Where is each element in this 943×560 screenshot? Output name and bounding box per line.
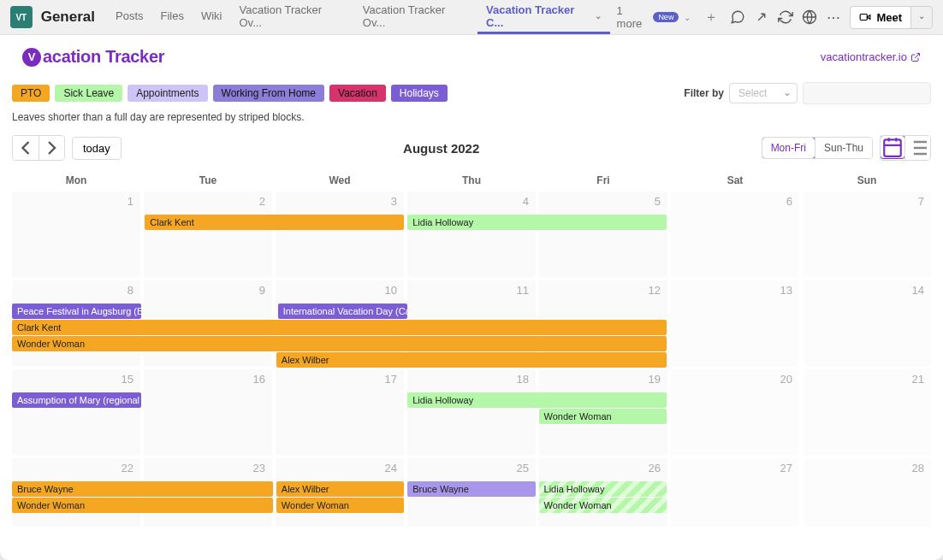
legend-holidays: Holidays [391,85,448,102]
day-num: 14 [912,284,924,297]
event-pto[interactable]: Bruce Wayne [12,481,273,497]
day-cell[interactable]: 4 [407,192,536,277]
event-pto[interactable]: Alex Wilber [276,481,404,497]
filter-label: Filter by [684,87,724,99]
day-num: 28 [912,462,924,475]
sunthu-button[interactable]: Sun-Thu [815,138,872,158]
prev-button[interactable] [13,136,39,160]
app-logo: V acation Tracker [22,47,164,67]
day-num: 8 [128,284,133,297]
day-num: 12 [649,284,661,297]
day-num: 18 [517,373,529,386]
day-num: 16 [253,373,265,386]
week-toggle: Mon-Fri Sun-Thu [762,137,873,159]
dow-mon: Mon [12,169,140,192]
dow-wed: Wed [276,169,404,192]
calendar-toolbar: today August 2022 Mon-Fri Sun-Thu [0,132,943,169]
day-num: 19 [649,373,661,386]
today-button[interactable]: today [72,137,122,160]
expand-icon[interactable] [754,9,769,25]
day-num: 7 [918,195,924,208]
event-pto[interactable]: Wonder Woman [12,498,273,513]
event-sick-partial[interactable]: Lidia Holloway [539,481,667,497]
list-view-button[interactable] [904,136,930,160]
legend-vacation: Vacation [329,85,386,102]
filter-select[interactable]: Select [729,83,798,103]
more-tabs[interactable]: 1 more New ⌄ [610,4,698,30]
calendar-grid: Mon Tue Wed Thu Fri Sat Sun 1 2 3 4 5 6 … [0,169,943,530]
event-sick[interactable]: Lidia Holloway [407,392,667,408]
day-cell[interactable]: 6 [671,192,799,277]
day-num: 13 [780,284,792,297]
day-num: 27 [780,462,792,475]
event-pto[interactable]: Wonder Woman [276,498,404,513]
logo-icon: V [22,48,41,67]
legend-wfh: Working From Home [213,85,324,102]
tab-files[interactable]: Files [152,0,193,34]
search-input[interactable] [803,82,931,104]
svg-rect-2 [884,139,901,156]
event-holiday[interactable]: International Vacation Day (Canada) [278,304,407,319]
event-pto[interactable]: Wonder Woman [12,336,667,351]
week-row: 22 23 24 25 26 27 28 Bruce Wayne Alex Wi… [12,458,931,527]
legend: PTO Sick Leave Appointments Working From… [0,72,943,108]
day-num: 4 [523,195,529,208]
day-num: 5 [655,195,661,208]
more-tabs-label: 1 more [617,4,650,30]
svg-rect-1 [861,15,868,21]
meet-dropdown[interactable]: ⌄ [910,7,932,28]
event-pto[interactable]: Clark Kent [12,320,667,335]
dow-fri: Fri [539,169,667,192]
day-cell[interactable]: 3 [276,192,404,277]
day-cell[interactable]: 5 [539,192,667,277]
globe-icon[interactable] [802,9,817,25]
external-link-label: vacationtracker.io [821,50,907,63]
day-num: 24 [385,462,397,475]
app-title: acation Tracker [43,47,164,67]
day-num: 2 [259,195,265,208]
day-num: 17 [385,373,397,386]
new-badge: New [653,12,679,22]
day-cell[interactable]: 2 [144,192,272,277]
meet-button[interactable]: Meet [851,7,910,28]
event-sick-partial[interactable]: Wonder Woman [539,498,667,513]
week-row: 1 2 3 4 5 6 7 Clark Kent Lidia Holloway [12,192,931,277]
day-num: 22 [122,462,133,475]
tab-wiki[interactable]: Wiki [193,0,231,34]
next-button[interactable] [39,136,64,160]
chevron-down-icon: ⌄ [684,13,691,22]
day-num: 1 [128,195,133,208]
dow-sun: Sun [803,169,931,192]
external-link[interactable]: vacationtracker.io [821,50,921,63]
day-num: 23 [253,462,265,475]
event-pto[interactable]: Alex Wilber [276,352,667,368]
event-sick[interactable]: Lidia Holloway [407,215,667,230]
dow-thu: Thu [407,169,536,192]
tab-vt-calendar[interactable]: Vacation Tracker C... ⌄ [477,0,610,34]
week-row: 15 16 17 18 19 20 21 Assumption of Mary … [12,369,931,455]
event-appointment[interactable]: Bruce Wayne [407,481,535,497]
more-icon[interactable]: ⋯ [826,9,841,25]
event-holiday[interactable]: Assumption of Mary (regional holiday) [12,392,141,408]
day-num: 20 [780,373,792,386]
dow-sat: Sat [671,169,799,192]
tab-vt-overview-2[interactable]: Vacation Tracker Ov... [354,0,477,34]
reload-icon[interactable] [778,9,793,25]
day-num: 3 [391,195,397,208]
tab-posts[interactable]: Posts [107,0,152,34]
add-tab-button[interactable]: ＋ [697,9,725,27]
calendar-view-button[interactable] [880,135,905,159]
view-toggle [880,135,931,161]
monfri-button[interactable]: Mon-Fri [762,137,815,159]
legend-pto: PTO [12,85,50,102]
tab-vt-overview-1[interactable]: Vacation Tracker Ov... [231,0,354,34]
event-holiday[interactable]: Peace Festival in Augsburg (Bavaria) [12,304,141,319]
event-sick[interactable]: Wonder Woman [539,409,667,424]
chevron-down-icon[interactable]: ⌄ [595,11,602,21]
day-cell[interactable]: 1 [12,192,140,277]
channel-name: General [41,9,95,26]
chat-icon[interactable] [730,9,745,25]
day-num: 11 [517,284,529,297]
day-cell[interactable]: 7 [803,192,931,277]
event-pto[interactable]: Clark Kent [145,215,404,230]
